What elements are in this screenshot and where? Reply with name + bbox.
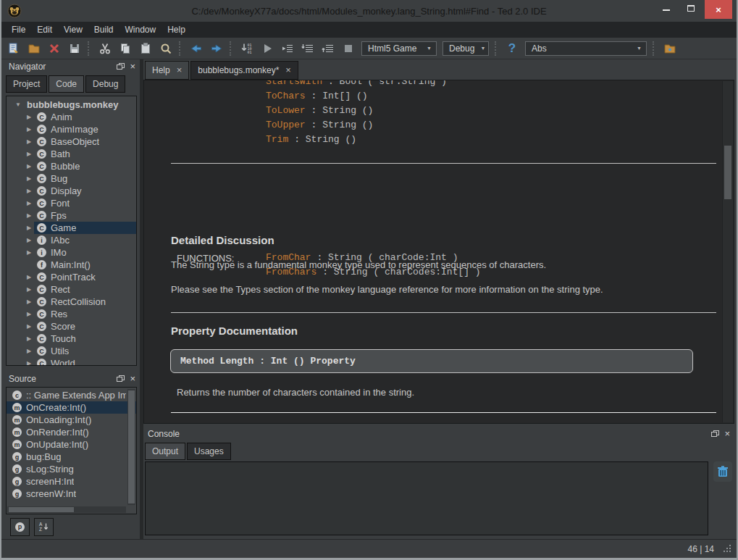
float-panel-icon[interactable] [117,375,125,383]
method-link[interactable]: ToLower [266,105,306,116]
expand-arrow-icon[interactable]: ▶ [27,237,34,243]
maximize-button[interactable] [680,0,702,16]
sort-alpha-button[interactable]: AZ [34,518,54,536]
tree-item[interactable]: ▶ C Score [7,320,136,333]
tab-help[interactable]: Help × [145,61,189,80]
expand-arrow-icon[interactable]: ▶ [27,114,34,120]
expand-arrow-icon[interactable]: ▶ [27,286,34,293]
tab-bubblebugs-monkey[interactable]: bubblebugs.monkey* × [190,61,298,80]
close-file-button[interactable] [45,40,64,57]
menu-item[interactable]: View [58,22,88,37]
minimize-button[interactable] [655,0,677,16]
expand-arrow-icon[interactable]: ▶ [27,163,34,170]
scrollbar-thumb[interactable] [9,507,74,512]
source-item[interactable]: m OnLoading:Int() [7,414,136,426]
menu-item[interactable]: Edit [31,22,58,37]
tree-item[interactable]: ▶ C Touch [7,333,136,345]
navigator-tab[interactable]: Project [6,75,47,93]
tree-item[interactable]: ▶ C Bath [7,148,136,160]
copy-button[interactable] [116,40,135,57]
tree-item[interactable]: ▶ C Bubble [7,160,136,172]
tree-item[interactable]: ▶ C AnimImage [7,123,136,135]
source-item[interactable]: m OnRender:Int() [7,426,136,438]
expand-arrow-icon[interactable]: ▶ [27,298,34,305]
console-tab[interactable]: Usages [187,443,231,460]
close-panel-icon[interactable]: × [130,375,135,383]
expand-arrow-icon[interactable]: ▶ [27,335,34,342]
config-dropdown[interactable]: Debug ▼ [443,41,489,56]
tree-item[interactable]: ▶ C Bug [7,172,136,185]
expand-arrow-icon[interactable]: ▶ [27,311,34,317]
source-item[interactable]: m OnUpdate:Int() [7,438,136,451]
source-item[interactable]: c :: Game Extends App Impl [7,389,136,401]
expand-arrow-icon[interactable]: ▶ [27,323,34,330]
help-document[interactable]: StartsWith: Bool ( str:String ) ToChars:… [143,80,734,424]
method-link[interactable]: ToChars [266,91,306,101]
tree-root[interactable]: ▼ bubblebugs.monkey [7,98,136,111]
tree-item[interactable]: ▶ C Font [7,197,136,209]
new-file-button[interactable] [4,40,23,57]
run-button[interactable] [258,40,277,57]
target-dropdown[interactable]: Html5 Game ▼ [361,41,437,56]
scrollbar-thumb[interactable] [128,390,135,503]
close-button[interactable]: × [705,0,732,19]
tree-item[interactable]: ▶ C BaseObject [7,135,136,148]
close-panel-icon[interactable]: × [130,63,135,70]
menu-item[interactable]: Build [88,22,119,37]
console-tab[interactable]: Output [145,443,185,460]
menu-item[interactable]: Window [119,22,162,37]
tree-item[interactable]: ▶ C Anim [7,111,136,123]
close-panel-icon[interactable]: × [724,430,730,438]
source-item[interactable]: g screenW:Int [7,488,136,500]
tree-item[interactable]: ▶ f Main:Int() [7,259,136,271]
source-item[interactable]: g sLog:String [7,463,136,475]
clear-console-button[interactable] [713,461,732,482]
menu-item[interactable]: File [6,22,31,37]
back-button[interactable] [187,40,206,57]
expand-arrow-icon[interactable]: ▶ [27,188,34,194]
vertical-scrollbar[interactable] [722,81,733,422]
stop-button[interactable] [339,40,358,57]
vertical-scrollbar[interactable] [127,389,135,505]
tree-item[interactable]: ▶ C Game [7,222,136,234]
expand-arrow-icon[interactable]: ▶ [27,274,34,280]
step-out-button[interactable] [319,40,337,57]
expand-arrow-icon[interactable]: ▶ [27,200,34,206]
tree-item[interactable]: ▶ C Fps [7,209,136,222]
tree-item[interactable]: ▶ C PointTrack [7,271,136,283]
expand-arrow-icon[interactable]: ▶ [27,212,34,219]
expand-arrow-icon[interactable]: ▶ [27,249,34,256]
tree-item[interactable]: ▶ C Res [7,308,136,320]
float-panel-icon[interactable] [711,430,719,438]
source-item[interactable]: m OnCreate:Int() [7,401,136,414]
quick-find-dropdown[interactable]: Abs ▼ [525,41,647,56]
collapse-arrow-icon[interactable]: ▼ [15,101,22,108]
paste-button[interactable] [136,40,155,57]
tree-item[interactable]: ▶ i IAbc [7,234,136,246]
horizontal-scrollbar[interactable] [7,506,126,513]
navigator-tab[interactable]: Code [49,75,84,93]
build-lock-button[interactable] [661,40,679,57]
close-tab-icon[interactable]: × [177,67,183,74]
float-panel-icon[interactable] [117,63,125,70]
resize-grip[interactable] [723,544,732,553]
help-button[interactable]: ? [503,40,521,57]
tree-item[interactable]: ▶ C World [7,357,136,366]
open-file-button[interactable] [25,40,43,57]
source-item[interactable]: g screenH:Int [7,475,136,488]
save-file-button[interactable] [65,40,84,57]
expand-arrow-icon[interactable]: ▶ [27,348,34,354]
method-link[interactable]: StartsWith [266,80,322,87]
cut-button[interactable] [96,40,114,57]
menu-item[interactable]: Help [162,22,191,37]
expand-arrow-icon[interactable]: ▶ [27,151,34,157]
tree-item[interactable]: ▶ C Utils [7,345,136,357]
tree-item[interactable]: ▶ C RectCollision [7,296,136,308]
step-button[interactable] [278,40,297,57]
console-output[interactable] [145,461,708,535]
expand-arrow-icon[interactable]: ▶ [27,126,34,133]
forward-button[interactable] [207,40,226,57]
method-link[interactable]: ToUpper [266,120,306,130]
close-tab-icon[interactable]: × [285,67,291,74]
filter-private-button[interactable]: p [10,518,30,536]
